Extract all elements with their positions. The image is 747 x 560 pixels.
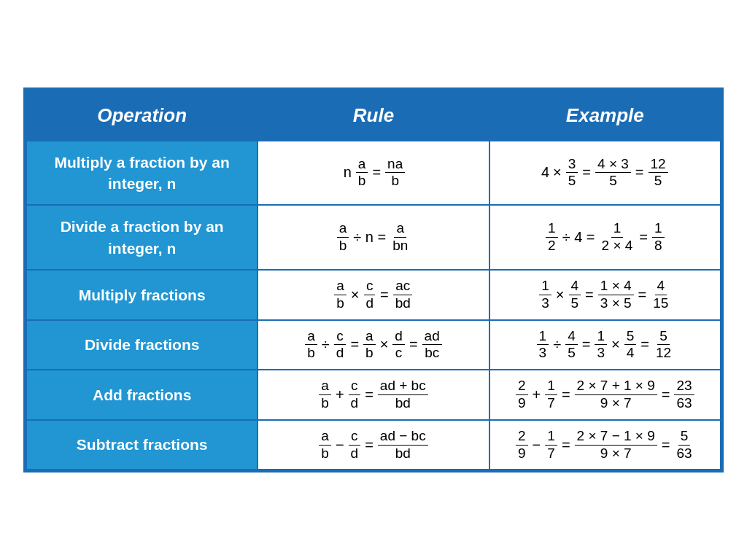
header-example: Example: [489, 90, 721, 141]
table-row: Multiply a fraction by an integer, n n a…: [26, 141, 721, 206]
rule-multiply-fractions: a b × c d = ac bd: [258, 270, 489, 320]
rule-multiply-integer: n a b = na b: [258, 141, 489, 206]
table-row: Divide fractions a b ÷ c d =: [26, 320, 721, 370]
example-divide-integer: 1 2 ÷ 4 = 1 2 × 4 = 1 8: [489, 205, 721, 270]
rule-subtract-fractions: a b − c d = ad − bc bd: [258, 420, 489, 470]
rule-divide-integer: a b ÷ n = a bn: [258, 205, 489, 270]
fraction-rules-table: Operation Rule Example Multiply a fracti…: [23, 88, 724, 473]
operation-multiply-integer: Multiply a fraction by an integer, n: [26, 141, 258, 206]
header-rule: Rule: [258, 90, 489, 141]
table-row: Multiply fractions a b × c d =: [26, 270, 721, 320]
operation-subtract-fractions: Subtract fractions: [26, 420, 258, 470]
table-row: Divide a fraction by an integer, n a b ÷…: [26, 205, 721, 270]
example-subtract-fractions: 2 9 − 1 7 = 2 × 7 − 1 × 9 9 × 7: [489, 420, 721, 470]
rule-divide-fractions: a b ÷ c d = a b ×: [258, 320, 489, 370]
header-operation: Operation: [26, 90, 258, 141]
example-multiply-integer: 4 × 3 5 = 4 × 3 5 = 12: [489, 141, 721, 206]
operation-multiply-fractions: Multiply fractions: [26, 270, 258, 320]
operation-divide-integer: Divide a fraction by an integer, n: [26, 205, 258, 270]
table-row: Subtract fractions a b − c d =: [26, 420, 721, 470]
rule-add-fractions: a b + c d = ad + bc bd: [258, 370, 489, 420]
operation-divide-fractions: Divide fractions: [26, 320, 258, 370]
example-divide-fractions: 1 3 ÷ 4 5 = 1 3 ×: [489, 320, 721, 370]
operation-add-fractions: Add fractions: [26, 370, 258, 420]
example-add-fractions: 2 9 + 1 7 = 2 × 7 + 1 × 9 9 × 7: [489, 370, 721, 420]
table-row: Add fractions a b + c d =: [26, 370, 721, 420]
example-multiply-fractions: 1 3 × 4 5 = 1 × 4 3 × 5 =: [489, 270, 721, 320]
